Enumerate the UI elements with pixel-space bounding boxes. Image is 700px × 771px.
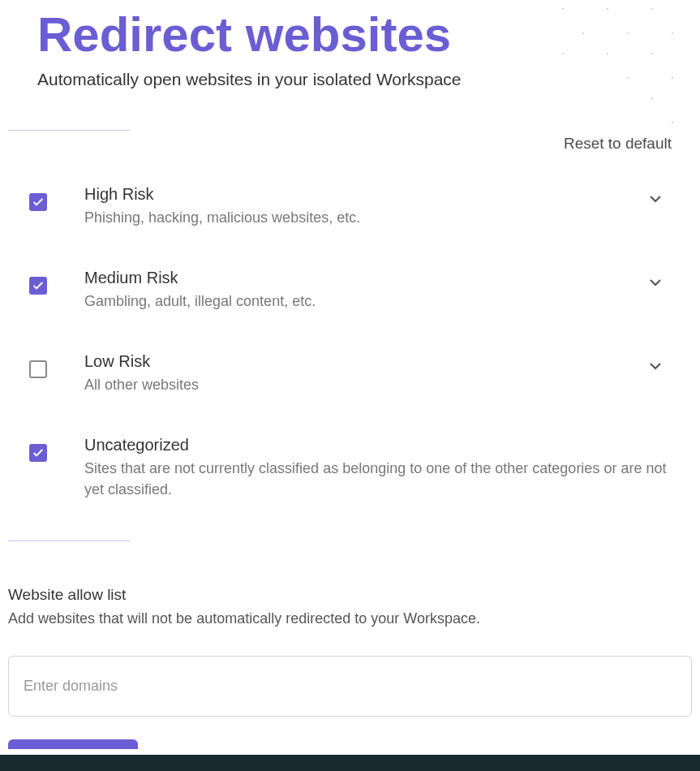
- expand-toggle-medium-risk[interactable]: [643, 278, 668, 286]
- category-title: Medium Risk: [84, 269, 643, 287]
- category-title: Uncategorized: [84, 436, 668, 454]
- checkbox-low-risk[interactable]: [29, 360, 47, 378]
- page-title: Redirect websites: [37, 8, 692, 62]
- domain-input[interactable]: [8, 656, 692, 717]
- submit-button[interactable]: [8, 739, 138, 749]
- category-row-low-risk: Low RiskAll other websites: [29, 352, 668, 395]
- category-desc: Phishing, hacking, malicious websites, e…: [84, 207, 643, 228]
- divider: [8, 130, 130, 131]
- allowlist-desc: Add websites that will not be automatica…: [8, 610, 692, 627]
- category-desc: Sites that are not currently classified …: [84, 458, 668, 500]
- chevron-down-icon: [649, 195, 662, 203]
- checkbox-medium-risk[interactable]: [29, 277, 47, 295]
- category-title: Low Risk: [84, 352, 643, 371]
- expand-toggle-low-risk[interactable]: [643, 362, 668, 370]
- allowlist-title: Website allow list: [8, 586, 692, 604]
- page-subtitle: Automatically open websites in your isol…: [37, 70, 692, 89]
- category-desc: Gambling, adult, illegal content, etc.: [84, 291, 643, 312]
- check-icon: [32, 446, 45, 459]
- category-row-medium-risk: Medium RiskGambling, adult, illegal cont…: [29, 269, 668, 312]
- checkbox-high-risk[interactable]: [29, 193, 47, 211]
- check-icon: [32, 279, 45, 292]
- category-desc: All other websites: [84, 374, 643, 395]
- chevron-down-icon: [649, 278, 662, 286]
- check-icon: [32, 196, 45, 209]
- footer-bar: [0, 755, 700, 771]
- checkbox-uncategorized[interactable]: [29, 444, 47, 462]
- reset-to-default-link[interactable]: Reset to default: [564, 135, 672, 153]
- chevron-down-icon: [649, 362, 662, 370]
- divider: [8, 541, 130, 541]
- category-title: High Risk: [84, 185, 643, 204]
- category-row-uncategorized: UncategorizedSites that are not currentl…: [29, 436, 668, 500]
- category-row-high-risk: High RiskPhishing, hacking, malicious we…: [29, 185, 668, 228]
- expand-toggle-high-risk[interactable]: [643, 195, 668, 203]
